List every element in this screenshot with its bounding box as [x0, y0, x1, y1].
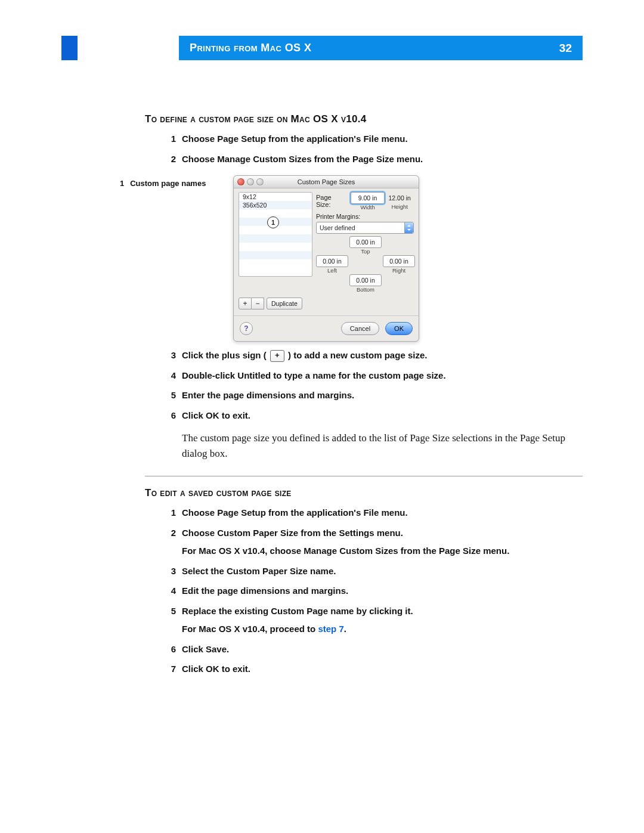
margins-grid: 0.00 in Top 0.00 in Left 0.00 in: [316, 236, 411, 294]
page-size-row: Page Size: 9.00 in Width 12.00 in Height: [316, 192, 414, 210]
step-text: Click the plus sign ( + ) to add a new c…: [182, 349, 427, 362]
section-separator: [145, 476, 583, 476]
close-icon[interactable]: [237, 178, 244, 185]
dialog-tools: + − Duplicate: [234, 295, 419, 315]
step-link[interactable]: step 7: [318, 624, 343, 634]
figure-row: 1 Custom page names Custom Page Sizes 9x…: [120, 175, 583, 342]
step-number: 3: [163, 566, 176, 576]
step-text: Choose Page Setup from the application's…: [182, 132, 408, 145]
page-size-label: Page Size:: [316, 194, 346, 208]
step-row: 3 Click the plus sign ( + ) to add a new…: [163, 349, 583, 362]
step-text: Edit the page dimensions and margins.: [182, 584, 348, 597]
step-row: 5 Enter the page dimensions and margins.: [163, 389, 583, 402]
cancel-button[interactable]: Cancel: [341, 322, 379, 335]
step-text: Choose Manage Custom Sizes from the Page…: [182, 153, 423, 166]
step-row: 5 Replace the existing Custom Page name …: [163, 605, 583, 618]
step-subtext: For Mac OS X v10.4, choose Manage Custom…: [182, 544, 583, 558]
step-subtext-part: .: [344, 624, 346, 634]
left-margin-input[interactable]: 0.00 in: [316, 255, 348, 267]
content-area: To define a custom page size on Mac OS X…: [61, 113, 583, 676]
callout-badge-1: 1: [267, 216, 279, 228]
body-paragraph: The custom page size you defined is adde…: [182, 431, 583, 462]
step-row: 6 Click Save.: [163, 643, 583, 656]
zoom-icon[interactable]: [256, 178, 264, 185]
step-row: 4 Double-click Untitled to type a name f…: [163, 369, 583, 382]
dialog-titlebar: Custom Page Sizes: [234, 176, 419, 188]
list-item: [239, 259, 312, 268]
dialog-settings-panel: Page Size: 9.00 in Width 12.00 in Height: [316, 192, 414, 294]
step-text-part: ) to add a new custom page size.: [286, 350, 428, 360]
height-label: Height: [391, 203, 407, 210]
height-value: 12.00 in: [383, 193, 416, 203]
list-item[interactable]: 356x520: [239, 201, 312, 209]
ok-button[interactable]: OK: [385, 322, 413, 335]
minimize-icon[interactable]: [247, 178, 254, 185]
step-subtext: For Mac OS X v10.4, proceed to step 7.: [182, 623, 583, 636]
step-row: 3 Select the Custom Paper Size name.: [163, 565, 583, 578]
step-text: Select the Custom Paper Size name.: [182, 565, 336, 578]
step-subtext-part: For Mac OS X v10.4, proceed to: [182, 624, 318, 634]
list-item: [239, 243, 312, 251]
figure-callout-label: 1 Custom page names: [120, 175, 233, 188]
step-row: 2 Choose Custom Paper Size from the Sett…: [163, 527, 583, 540]
list-item[interactable]: 9x12: [239, 193, 312, 201]
custom-page-sizes-dialog: Custom Page Sizes 9x12 356x520 1: [233, 175, 419, 342]
step-text: Enter the page dimensions and margins.: [182, 389, 354, 402]
step-number: 4: [163, 586, 176, 596]
list-item: [239, 234, 312, 243]
header-title: Printing from Mac OS X: [190, 42, 311, 54]
dialog-footer: ? Cancel OK: [234, 315, 419, 341]
bottom-label: Bottom: [357, 286, 374, 293]
step-text-part: Click the plus sign (: [182, 350, 269, 360]
callout-text: Custom page names: [130, 179, 206, 188]
page: Printing from Mac OS X 32 To define a cu…: [0, 0, 644, 833]
top-label: Top: [361, 248, 370, 255]
right-margin-input[interactable]: 0.00 in: [383, 255, 415, 267]
list-item: [239, 251, 312, 259]
plus-icon: +: [270, 350, 284, 362]
bottom-margin-input[interactable]: 0.00 in: [349, 274, 382, 286]
list-item: [239, 209, 312, 218]
step-row: 4 Edit the page dimensions and margins.: [163, 584, 583, 597]
step-number: 4: [163, 370, 176, 380]
duplicate-button[interactable]: Duplicate: [267, 298, 302, 309]
step-row: 2 Choose Manage Custom Sizes from the Pa…: [163, 153, 583, 166]
header-page-number: 32: [559, 42, 572, 55]
step-text: Double-click Untitled to type a name for…: [182, 369, 446, 382]
printer-margins-select-value: User defined: [320, 224, 355, 231]
step-text: Click OK to exit.: [182, 409, 250, 422]
help-button[interactable]: ?: [240, 322, 253, 335]
section-heading-define: To define a custom page size on Mac OS X…: [145, 113, 583, 125]
step-row: 7 Click OK to exit.: [163, 662, 583, 676]
width-label: Width: [360, 204, 374, 210]
step-number: 6: [163, 644, 176, 654]
step-number: 1: [163, 134, 176, 144]
top-margin-input[interactable]: 0.00 in: [349, 236, 382, 248]
printer-margins-label: Printer Margins:: [316, 213, 414, 220]
step-number: 1: [163, 507, 176, 518]
custom-sizes-list[interactable]: 9x12 356x520 1: [239, 192, 312, 277]
section-heading-edit: To edit a saved custom page size: [145, 487, 583, 499]
step-number: 6: [163, 410, 176, 420]
printer-margins-select[interactable]: User defined: [316, 222, 414, 234]
step-text: Click OK to exit.: [182, 662, 250, 676]
width-input[interactable]: 9.00 in: [351, 192, 385, 204]
right-label: Right: [392, 267, 405, 274]
callout-number: 1: [120, 179, 124, 188]
header-accent-block: [61, 36, 78, 60]
step-number: 2: [163, 154, 176, 164]
add-button[interactable]: +: [239, 298, 252, 309]
remove-button[interactable]: −: [252, 298, 264, 309]
step-text: Replace the existing Custom Page name by…: [182, 605, 413, 618]
left-label: Left: [327, 267, 337, 274]
dialog-body: 9x12 356x520 1 Page Size:: [234, 188, 419, 295]
step-row: 1 Choose Page Setup from the application…: [163, 506, 583, 519]
step-text: Click Save.: [182, 643, 229, 656]
step-row: 1 Choose Page Setup from the application…: [163, 132, 583, 145]
step-number: 2: [163, 528, 176, 538]
step-number: 5: [163, 390, 176, 400]
step-text: Choose Custom Paper Size from the Settin…: [182, 527, 403, 540]
chevron-updown-icon: [404, 222, 413, 233]
step-number: 3: [163, 350, 176, 360]
step-text: Choose Page Setup from the application's…: [182, 506, 408, 519]
